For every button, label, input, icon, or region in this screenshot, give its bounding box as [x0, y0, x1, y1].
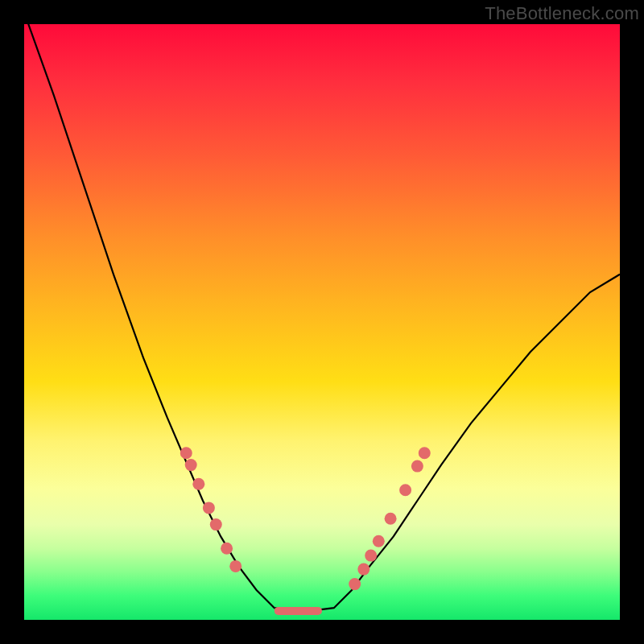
- data-marker: [385, 513, 397, 525]
- watermark-text: TheBottleneck.com: [485, 3, 639, 24]
- marker-cluster-left: [180, 447, 242, 572]
- data-marker: [229, 560, 242, 572]
- data-marker: [180, 447, 192, 459]
- data-marker: [210, 518, 222, 530]
- flat-segment-bar: [275, 607, 322, 615]
- data-marker: [411, 460, 423, 473]
- data-marker: [419, 447, 431, 459]
- data-marker: [357, 564, 369, 576]
- bottleneck-curve: [24, 12, 620, 611]
- chart-svg: [24, 24, 620, 620]
- flat-segment-highlight: [275, 607, 322, 615]
- chart-frame: [24, 24, 620, 620]
- data-marker: [185, 459, 197, 471]
- data-marker: [192, 478, 204, 490]
- marker-cluster-right: [349, 447, 431, 590]
- data-marker: [221, 543, 233, 555]
- data-marker: [349, 578, 361, 590]
- data-marker: [365, 550, 377, 562]
- data-marker: [373, 535, 385, 547]
- data-marker: [399, 484, 411, 496]
- curve-group: [24, 12, 620, 611]
- data-marker: [203, 502, 215, 514]
